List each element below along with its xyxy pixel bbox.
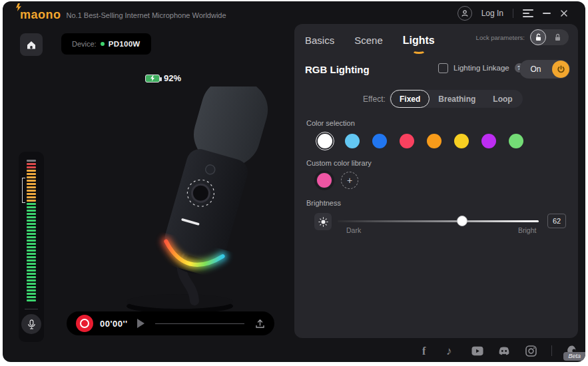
logo-text: maono [20, 8, 61, 21]
meter-bar [27, 233, 36, 235]
settings-panel: Lock parameters: Basics Scene Lights RGB… [294, 24, 578, 338]
effect-label: Effect: [363, 94, 386, 104]
tab-bar: Basics Scene Lights [305, 35, 435, 47]
meter-bar [27, 243, 36, 245]
meter-bar [27, 230, 36, 232]
color-swatch[interactable] [479, 132, 498, 150]
battery-icon [145, 75, 160, 83]
brand-tagline: No.1 Best-Selling Internet Microphone Wo… [67, 11, 226, 19]
playback-progress[interactable] [155, 323, 244, 324]
meter-bar [27, 256, 36, 258]
effect-option-loop[interactable]: Loop [484, 90, 521, 108]
sun-icon [318, 217, 328, 227]
instagram-icon[interactable] [525, 345, 537, 357]
beta-badge: Beta [563, 352, 585, 361]
home-icon [26, 40, 37, 50]
meter-bar [27, 216, 36, 218]
meter-bar [27, 193, 36, 195]
discord-icon[interactable] [498, 345, 510, 357]
tab-scene[interactable]: Scene [354, 35, 383, 46]
meter-bar [27, 240, 36, 242]
social-divider [551, 345, 552, 356]
titlebar-controls: Log In [457, 5, 568, 21]
custom-color-label: Custom color library [306, 159, 372, 167]
brightness-value[interactable]: 62 [547, 214, 566, 228]
lock-toggle[interactable] [530, 29, 569, 45]
color-swatch[interactable] [452, 132, 471, 150]
close-icon[interactable] [560, 9, 568, 17]
lighting-linkage-checkbox[interactable] [438, 63, 448, 73]
meter-bar [27, 293, 36, 295]
device-label: Device: [72, 40, 97, 48]
tab-lights[interactable]: Lights [403, 35, 435, 47]
effect-options: Fixed Breathing Loop [389, 90, 523, 108]
level-meter [19, 152, 44, 342]
color-swatch[interactable] [316, 132, 334, 150]
color-swatch[interactable] [398, 132, 416, 150]
microphone-image [80, 87, 273, 313]
meter-bar [27, 266, 36, 268]
battery-percent: 92% [164, 73, 181, 83]
microphone-icon [27, 319, 36, 329]
play-icon[interactable] [137, 319, 145, 328]
effect-option-breathing[interactable]: Breathing [430, 90, 484, 108]
login-button[interactable]: Log In [481, 9, 503, 18]
meter-divider [25, 309, 38, 309]
battery-indicator: 92% [145, 73, 181, 83]
meter-bar [27, 183, 36, 185]
meter-bar [27, 299, 36, 301]
titlebar-divider [513, 9, 513, 18]
meter-bar [27, 226, 36, 228]
meter-bar [27, 296, 36, 298]
microphone-mute-button[interactable] [21, 314, 41, 334]
effect-option-fixed[interactable]: Fixed [390, 90, 430, 108]
record-button[interactable] [76, 315, 93, 332]
meter-bar [27, 203, 36, 205]
meter-bar [27, 173, 36, 175]
meter-bar [27, 246, 36, 248]
meter-bar [27, 236, 36, 238]
color-swatch[interactable] [343, 132, 362, 150]
brightness-slider[interactable] [338, 220, 539, 222]
home-button[interactable] [20, 33, 43, 56]
device-selector[interactable]: Device: PD100W [61, 33, 151, 55]
color-swatch[interactable] [507, 132, 525, 150]
menu-icon[interactable] [523, 9, 533, 17]
export-icon[interactable] [255, 319, 265, 329]
meter-bar [27, 163, 36, 165]
add-color-button[interactable]: + [341, 172, 358, 189]
unlock-icon[interactable] [530, 29, 546, 45]
color-selection-label: Color selection [306, 119, 355, 127]
lock-parameters: Lock parameters: [476, 29, 569, 45]
meter-bar [27, 186, 36, 188]
meter-bar [27, 166, 36, 168]
recorder-bar: 00'00'' [67, 311, 274, 335]
color-swatch[interactable] [370, 132, 389, 150]
color-swatch[interactable] [425, 132, 443, 150]
tiktok-icon[interactable]: ♪ [445, 345, 457, 357]
app-window: maono No.1 Best-Selling Internet Microph… [3, 1, 585, 362]
meter-bar [27, 286, 36, 288]
meter-bar [27, 273, 36, 275]
meter-bar [27, 180, 36, 182]
meter-bar [27, 200, 36, 202]
device-status-dot [101, 42, 105, 46]
meter-range-bracket [22, 178, 25, 203]
meter-bar [27, 220, 36, 222]
youtube-icon[interactable] [471, 345, 483, 357]
lock-icon[interactable] [546, 33, 569, 41]
meter-bar [27, 263, 36, 265]
meter-bar [27, 210, 36, 212]
brightness-sun-button [314, 213, 332, 230]
meter-bar [27, 279, 36, 281]
minimize-icon[interactable] [543, 13, 551, 14]
tab-basics[interactable]: Basics [305, 35, 334, 46]
brightness-thumb[interactable] [457, 216, 467, 226]
custom-color-row: + [314, 170, 358, 190]
rgb-power-toggle[interactable]: On [519, 60, 570, 79]
power-icon [552, 61, 569, 78]
custom-color-swatch[interactable] [314, 170, 334, 190]
facebook-icon[interactable]: f [418, 345, 430, 357]
meter-bar [27, 270, 36, 272]
user-avatar-icon[interactable] [457, 6, 472, 21]
